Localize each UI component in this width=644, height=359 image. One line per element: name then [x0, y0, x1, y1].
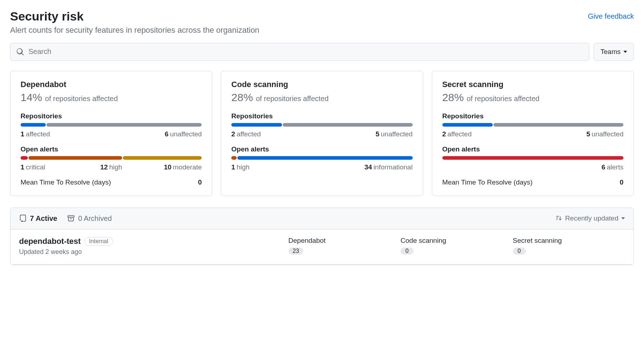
repos-affected-seg [21, 123, 46, 127]
search-input[interactable] [28, 47, 583, 56]
alert-seg-moderate [123, 156, 202, 160]
card-title: Code scanning [231, 80, 412, 89]
dependabot-count: 23 [289, 247, 304, 255]
alert-seg-critical [21, 156, 28, 160]
pct-line: 28%of repositories affected [442, 91, 623, 104]
active-label: Active [36, 214, 57, 222]
card-secret-scanning: Secret scanning 28%of repositories affec… [432, 71, 634, 196]
archive-icon [67, 215, 75, 222]
repos-bar [442, 123, 623, 127]
search-box[interactable] [10, 43, 589, 61]
repo-icon [19, 215, 26, 222]
give-feedback-link[interactable]: Give feedback [588, 12, 634, 21]
alerts-label: Open alerts [231, 145, 412, 153]
card-title: Secret scanning [442, 80, 623, 89]
caret-down-icon [621, 217, 625, 219]
code-scanning-count: 0 [401, 247, 413, 255]
secret-scanning-count: 0 [513, 247, 526, 255]
col-dependabot: Dependabot [289, 237, 401, 245]
repos-unaffected-seg [46, 123, 202, 127]
page-subtitle: Alert counts for security features in re… [10, 26, 634, 35]
repo-name[interactable]: dependabot-test [19, 237, 81, 246]
alerts-label: Open alerts [442, 145, 623, 153]
active-count: 7 [30, 214, 34, 222]
repos-stats: 2affected 5unaffected [231, 130, 412, 138]
card-title: Dependabot [21, 80, 202, 89]
alert-seg-alerts [442, 156, 623, 160]
table-row[interactable]: dependabot-test Internal Updated 2 weeks… [10, 230, 634, 265]
updated-text: Updated 2 weeks ago [19, 248, 289, 256]
repos-bar [21, 123, 202, 127]
col-code-scanning: Code scanning [401, 237, 513, 245]
repos-bar [231, 123, 412, 127]
repos-affected-seg [442, 123, 493, 127]
teams-button-label: Teams [600, 48, 621, 56]
archived-label: Archived [84, 214, 112, 222]
sort-icon [556, 215, 562, 222]
sort-button[interactable]: Recently updated [556, 214, 625, 222]
repos-label: Repositories [21, 112, 202, 120]
search-icon [16, 48, 24, 56]
visibility-badge: Internal [84, 237, 113, 246]
sort-label: Recently updated [565, 214, 618, 222]
page-title: Security risk [10, 9, 84, 24]
card-code-scanning: Code scanning 28%of repositories affecte… [221, 71, 423, 196]
mttr-row: Mean Time To Resolve (days)0 [21, 178, 202, 186]
alert-seg-high [28, 156, 122, 160]
caret-down-icon [623, 51, 627, 53]
pct-line: 14%of repositories affected [21, 91, 202, 104]
tab-active-repos[interactable]: 7 Active [19, 214, 57, 223]
repos-label: Repositories [231, 112, 412, 120]
repos-unaffected-seg [493, 123, 623, 127]
repos-unaffected-seg [283, 123, 413, 127]
teams-filter-button[interactable]: Teams [594, 43, 634, 61]
repos-stats: 2affected 5unaffected [442, 130, 623, 138]
alerts-label: Open alerts [21, 145, 202, 153]
repos-stats: 1affected 6unaffected [21, 130, 202, 138]
alerts-bar [231, 156, 412, 160]
alerts-bar [21, 156, 202, 160]
svg-rect-0 [68, 216, 74, 217]
alert-seg-high [231, 156, 237, 160]
tab-archived-repos[interactable]: 0 Archived [67, 214, 112, 223]
alert-seg-informational [237, 156, 412, 160]
mttr-row: Mean Time To Resolve (days)0 [442, 178, 623, 186]
repos-label: Repositories [442, 112, 623, 120]
col-secret-scanning: Secret scanning [513, 237, 625, 245]
archived-count: 0 [78, 214, 82, 222]
card-dependabot: Dependabot 14%of repositories affected R… [10, 71, 212, 196]
pct-line: 28%of repositories affected [231, 91, 412, 104]
alerts-bar [442, 156, 623, 160]
repos-affected-seg [231, 123, 282, 127]
